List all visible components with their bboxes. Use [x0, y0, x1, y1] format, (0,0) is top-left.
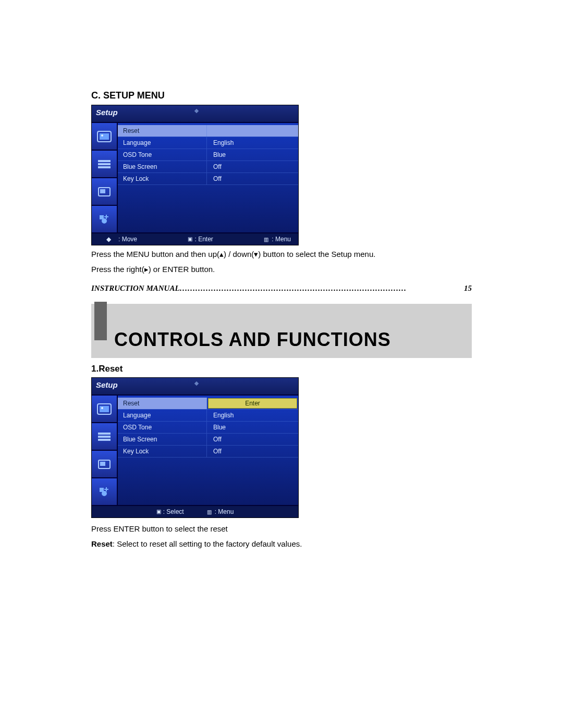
setup-tab-icon[interactable]	[92, 206, 117, 232]
osd-panel-1: Setup Reset	[91, 105, 299, 245]
diamond-icon	[194, 381, 199, 386]
paragraph-4: Reset: Select to reset all setting to th…	[91, 538, 472, 550]
section-banner: CONTROLS AND FUNCTIONS	[91, 304, 472, 358]
row-value: English	[207, 410, 298, 421]
osd-panel-2: Setup Reset Enter	[91, 377, 299, 518]
reset-rest: : Select to reset all setting to the fac…	[113, 539, 302, 548]
svg-rect-3	[98, 160, 111, 162]
feature-tab-icon[interactable]	[92, 451, 117, 478]
row-label: Reset	[118, 125, 207, 137]
paragraph-2: Press the right(▸) or ENTER button.	[91, 264, 472, 276]
sound-tab-icon[interactable]	[92, 151, 117, 178]
document-page: C. SETUP MENU Setup	[0, 0, 563, 583]
row-value: Off	[207, 161, 298, 172]
paragraph-1: Press the MENU button and then up(▴) / d…	[91, 249, 472, 261]
hint-enter: ▣: Enter	[188, 235, 213, 244]
osd-title-text: Setup	[96, 108, 118, 117]
square-icon: ▣	[156, 508, 161, 515]
row-value: Off	[207, 434, 298, 445]
hint-select: ▣: Select	[156, 507, 184, 516]
row-value: Off	[207, 446, 298, 457]
row-value: English	[207, 137, 298, 149]
setup-tab-icon[interactable]	[92, 478, 117, 505]
manual-footer: INSTRUCTION MANUAL……………………………………………………………	[91, 282, 472, 294]
menu-row-key-lock[interactable]: Key Lock Off	[118, 446, 298, 458]
picture-tab-icon[interactable]	[92, 396, 117, 423]
hint-menu: ▥: Menu	[264, 235, 291, 244]
osd-sidebar	[92, 123, 118, 232]
osd-titlebar: Setup	[92, 105, 298, 123]
paragraph-3: Press ENTER button to select the reset	[91, 523, 472, 535]
row-value: Off	[207, 173, 298, 184]
menu-row-reset[interactable]: Reset	[118, 125, 298, 137]
reset-bold: Reset	[91, 539, 113, 548]
row-label: Key Lock	[118, 173, 207, 184]
svg-rect-7	[100, 189, 105, 193]
svg-rect-9	[100, 406, 109, 412]
osd-sidebar	[92, 396, 118, 505]
osd-footer: ▣: Select ▥: Menu	[92, 505, 298, 517]
svg-rect-1	[100, 133, 109, 140]
row-label: Key Lock	[118, 446, 207, 457]
row-value	[207, 125, 298, 137]
manual-page: 15	[464, 282, 472, 294]
menu-row-osd-tone[interactable]: OSD Tone Blue	[118, 422, 298, 434]
osd-main-list: Reset Language English OSD Tone Blue Blu…	[118, 123, 298, 232]
heading-reset: 1.Reset	[91, 362, 472, 376]
picture-tab-icon[interactable]	[92, 123, 117, 151]
row-label: Language	[118, 410, 207, 421]
menu-row-language[interactable]: Language English	[118, 410, 298, 422]
menu-row-key-lock[interactable]: Key Lock Off	[118, 173, 298, 185]
menu-icon: ▥	[264, 236, 266, 243]
banner-tab-icon	[94, 302, 107, 340]
row-label: OSD Tone	[118, 149, 207, 161]
svg-rect-5	[98, 166, 111, 168]
osd-footer: ◆ : Move ▣: Enter ▥: Menu	[92, 232, 298, 245]
svg-rect-4	[98, 163, 111, 165]
updown-icon: ◆	[106, 235, 111, 244]
svg-point-10	[101, 407, 103, 409]
hint-menu: ▥: Menu	[207, 507, 234, 516]
row-label: Language	[118, 137, 207, 149]
feature-tab-icon[interactable]	[92, 178, 117, 206]
svg-point-2	[101, 134, 103, 137]
row-value: Blue	[207, 149, 298, 161]
sound-tab-icon[interactable]	[92, 423, 117, 451]
row-label: OSD Tone	[118, 422, 207, 433]
osd-body: Reset Language English OSD Tone Blue Blu…	[92, 123, 298, 232]
row-value-enter[interactable]: Enter	[208, 398, 297, 409]
square-icon: ▣	[188, 235, 192, 243]
menu-icon: ▥	[207, 508, 210, 516]
svg-rect-12	[98, 436, 111, 438]
svg-rect-11	[98, 433, 111, 435]
row-label: Blue Screen	[118, 434, 207, 445]
menu-row-language[interactable]: Language English	[118, 137, 298, 149]
osd-titlebar: Setup	[92, 378, 298, 396]
svg-rect-13	[98, 439, 111, 441]
row-label: Blue Screen	[118, 161, 207, 172]
svg-rect-15	[100, 462, 105, 466]
row-label: Reset	[118, 398, 207, 409]
menu-row-blue-screen[interactable]: Blue Screen Off	[118, 434, 298, 446]
hint-move: : Move	[118, 235, 137, 244]
diamond-icon	[194, 109, 199, 113]
manual-label: INSTRUCTION MANUAL……………………………………………………………	[91, 282, 407, 294]
osd-main-list: Reset Enter Language English OSD Tone Bl…	[118, 396, 298, 505]
osd-body: Reset Enter Language English OSD Tone Bl…	[92, 396, 298, 505]
row-value: Blue	[207, 422, 298, 433]
banner-title: CONTROLS AND FUNCTIONS	[114, 326, 391, 354]
menu-row-osd-tone[interactable]: OSD Tone Blue	[118, 149, 298, 161]
menu-row-reset[interactable]: Reset Enter	[118, 398, 298, 410]
menu-row-blue-screen[interactable]: Blue Screen Off	[118, 161, 298, 173]
osd-title-text: Setup	[96, 380, 118, 389]
heading-setup-menu: C. SETUP MENU	[91, 89, 472, 103]
